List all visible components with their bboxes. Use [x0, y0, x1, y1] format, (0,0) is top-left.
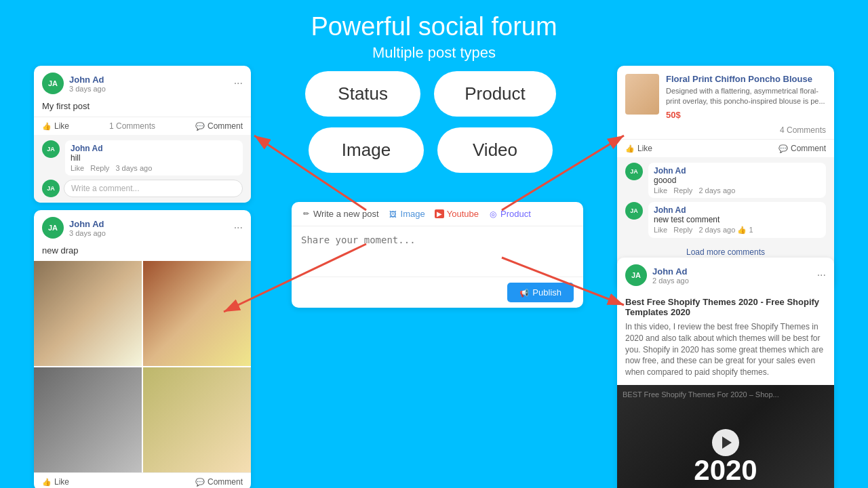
youtube-post-btn[interactable]: Youtube: [435, 209, 479, 219]
write-new-post-btn[interactable]: Write a new post: [301, 209, 379, 219]
image-4: [143, 367, 251, 472]
page-subtitle: Multiple post types: [0, 44, 868, 62]
video-thumbnail[interactable]: BEST Free Shopify Themes For 2020 – Shop…: [617, 385, 834, 488]
card-header: JA John Ad 3 days ago ···: [34, 66, 251, 98]
video-dots-menu[interactable]: ···: [817, 269, 826, 281]
comment2-like[interactable]: Like: [654, 226, 667, 234]
right-top-card: Floral Print Chiffon Poncho Blouse Desig…: [617, 66, 834, 288]
avatar-bottom: JA: [42, 217, 64, 239]
product-comments-count: 4 Comments: [617, 125, 834, 139]
image-3: [34, 367, 142, 472]
commenter1-name: John Ad: [654, 166, 821, 176]
image-1: [34, 261, 142, 366]
comment-meta: Like Reply 3 days ago: [71, 164, 237, 172]
video-button[interactable]: Video: [437, 127, 553, 173]
left-top-card: JA John Ad 3 days ago ··· My first post …: [34, 66, 251, 203]
video-user-info: JA John Ad 2 days ago: [625, 264, 689, 286]
product-button[interactable]: Product: [434, 71, 556, 117]
post-actions: Like 1 Comments Comment: [34, 117, 251, 135]
status-button[interactable]: Status: [305, 71, 420, 117]
post-time-bottom: 3 days ago: [69, 229, 106, 237]
comment2-text: new test comment: [654, 215, 821, 224]
new-post-footer: Publish: [292, 277, 583, 308]
product-actions: Like Comment: [617, 139, 834, 157]
right-bottom-card: JA John Ad 2 days ago ··· Best Free Shop…: [617, 258, 834, 488]
like-button[interactable]: Like: [42, 121, 69, 131]
post-types-section: Status Product Image Video: [292, 71, 570, 184]
play-button[interactable]: [712, 429, 739, 456]
comment-bubble: John Ad hill Like Reply 3 days ago: [65, 140, 243, 176]
publish-button[interactable]: Publish: [507, 283, 574, 302]
write-avatar: JA: [42, 180, 60, 197]
image-icon: [389, 209, 398, 219]
like-icon: [42, 121, 52, 131]
like-icon-product: [625, 144, 635, 153]
pencil-icon: [301, 209, 311, 219]
new-post-box: Write a new post Image Youtube Product P…: [292, 202, 583, 308]
product-info: Floral Print Chiffon Poncho Blouse Desig…: [666, 74, 826, 120]
page-header: Powerful social forum Multiple post type…: [0, 0, 868, 62]
comment-like-link[interactable]: Like: [71, 164, 84, 172]
image-2: [143, 261, 251, 366]
product-price: 50$: [666, 110, 826, 120]
comment1-like[interactable]: Like: [654, 186, 667, 195]
comments-count: 1 Comments: [109, 121, 155, 131]
post-textarea[interactable]: [292, 226, 583, 274]
comment-item: JA John Ad hill Like Reply 3 days ago: [42, 140, 243, 176]
comment1-meta: Like Reply 2 days ago: [654, 186, 821, 195]
product-card-header: Floral Print Chiffon Poncho Blouse Desig…: [617, 66, 834, 125]
left-bottom-card: JA John Ad 3 days ago ··· new drap Like …: [34, 210, 251, 488]
like-button-bottom[interactable]: Like: [42, 477, 69, 487]
avatar: JA: [42, 73, 64, 94]
play-triangle-icon: [722, 436, 732, 449]
user-info-bottom: JA John Ad 3 days ago: [42, 217, 106, 239]
product-comment-button[interactable]: Comment: [778, 144, 826, 153]
card-header-bottom: JA John Ad 3 days ago ···: [34, 210, 251, 243]
new-post-toolbar: Write a new post Image Youtube Product: [292, 202, 583, 226]
post-time: 3 days ago: [69, 85, 106, 93]
comment-button[interactable]: Comment: [195, 121, 243, 131]
image-button[interactable]: Image: [309, 127, 424, 173]
commenter-name: John Ad: [71, 144, 237, 153]
video-user-name: John Ad: [652, 266, 689, 277]
commenter2-avatar: JA: [625, 202, 643, 220]
comment-reply-link[interactable]: Reply: [90, 164, 109, 172]
comment-section: JA John Ad hill Like Reply 3 days ago JA…: [34, 135, 251, 203]
dots-menu[interactable]: ···: [234, 77, 243, 89]
post-text: My first post: [34, 98, 251, 117]
user-name: John Ad: [69, 75, 106, 85]
comment-bubble-2: John Ad new test comment Like Reply 2 da…: [648, 202, 826, 238]
video-desc: In this video, I review the best free Sh…: [625, 321, 826, 378]
commenter-avatar: JA: [42, 140, 60, 158]
product-post-btn[interactable]: Product: [488, 209, 531, 219]
product-icon: [488, 209, 498, 219]
comment-button-bottom[interactable]: Comment: [195, 477, 243, 487]
image-post-btn[interactable]: Image: [389, 209, 425, 219]
youtube-icon: [435, 209, 444, 219]
comment-icon-bottom: [195, 477, 205, 487]
product-like-button[interactable]: Like: [625, 144, 652, 153]
user-info: JA John Ad 3 days ago: [42, 73, 106, 94]
commenter2-name: John Ad: [654, 205, 821, 215]
reaction-count: 👍 1: [737, 226, 753, 234]
image-grid: [34, 261, 251, 472]
comment-icon-product: [778, 144, 788, 153]
commenter1-avatar: JA: [625, 163, 643, 180]
page-title: Powerful social forum: [0, 12, 868, 41]
write-comment-input[interactable]: Write a comment...: [64, 180, 243, 197]
dots-menu-bottom[interactable]: ···: [234, 222, 243, 234]
video-card-content: Best Free Shopify Themes 2020 - Free Sho…: [617, 290, 834, 385]
product-comment-2: JA John Ad new test comment Like Reply 2…: [625, 202, 826, 238]
comment-text: hill: [71, 153, 237, 163]
comment1-reply[interactable]: Reply: [673, 186, 692, 195]
comment-bubble-1: John Ad goood Like Reply 2 days ago: [648, 163, 826, 198]
write-comment: JA Write a comment...: [42, 180, 243, 197]
product-comment-1: JA John Ad goood Like Reply 2 days ago: [625, 163, 826, 198]
product-image: [625, 74, 659, 115]
post-types-row1: Status Product: [292, 71, 570, 117]
like-icon-bottom: [42, 477, 52, 487]
comment2-meta: Like Reply 2 days ago 👍 1: [654, 226, 821, 235]
comment2-reply[interactable]: Reply: [673, 226, 692, 234]
video-card-header: JA John Ad 2 days ago ···: [617, 258, 834, 290]
video-avatar: JA: [625, 264, 647, 286]
